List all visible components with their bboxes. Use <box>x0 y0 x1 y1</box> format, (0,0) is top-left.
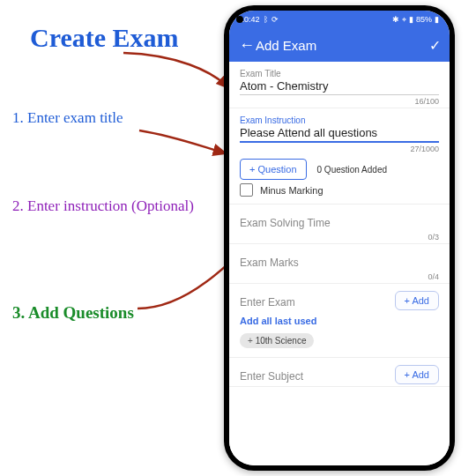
enter-exam-add-button[interactable]: + Add <box>395 291 439 310</box>
exam-marks-counter: 0/4 <box>240 272 439 281</box>
enter-subject-input[interactable]: Enter Subject <box>240 365 303 384</box>
exam-title-label: Exam Title <box>240 69 439 78</box>
camera-hole <box>236 16 243 23</box>
exam-instruction-counter: 27/1000 <box>240 145 439 153</box>
enter-exam-section: Enter Exam + Add Add all last used 10th … <box>229 284 450 358</box>
status-bt-icon: ᛒ <box>264 15 268 24</box>
exam-instruction-section: Exam Instruction Please Attend all quest… <box>229 108 450 205</box>
add-question-button[interactable]: + Question <box>240 159 307 180</box>
minus-marking-label: Minus Marking <box>260 185 324 196</box>
solving-time-input[interactable]: Exam Solving Time <box>240 212 439 231</box>
status-battery-icon: ▮ <box>435 15 439 24</box>
status-bt2-icon: ✱ <box>392 15 399 24</box>
status-sync-icon: ⟳ <box>271 15 279 24</box>
exam-instruction-label: Exam Instruction <box>240 115 439 125</box>
solving-time-counter: 0/3 <box>240 233 439 242</box>
enter-subject-add-button[interactable]: + Add <box>395 365 439 384</box>
form-scroll[interactable]: Exam Title Atom - Chemistry 16/100 Exam … <box>229 62 450 465</box>
enter-subject-section: Enter Subject + Add <box>229 358 450 387</box>
exam-chip-1[interactable]: 10th Science <box>240 333 314 348</box>
status-bar: 10:42 ᛒ ⟳ ✱ ⌖ ▮ 85% ▮ <box>229 11 450 28</box>
question-count: 0 Question Added <box>317 165 388 175</box>
exam-marks-section: Exam Marks 0/4 <box>229 244 450 284</box>
confirm-icon[interactable]: ✓ <box>429 37 441 54</box>
appbar-title: Add Exam <box>256 38 316 53</box>
exam-title-input[interactable]: Atom - Chemistry <box>240 79 439 95</box>
minus-marking-checkbox[interactable] <box>240 183 253 197</box>
phone-frame: 10:42 ᛒ ⟳ ✱ ⌖ ▮ 85% ▮ ← Add Exam ✓ <box>224 5 455 471</box>
status-signal-icon: ▮ <box>409 15 413 24</box>
exam-marks-input[interactable]: Exam Marks <box>240 251 439 271</box>
back-icon[interactable]: ← <box>238 37 256 53</box>
exam-title-section: Exam Title Atom - Chemistry 16/100 <box>229 62 450 108</box>
status-location-icon: ⌖ <box>402 15 406 25</box>
add-all-last-used-link[interactable]: Add all last used <box>240 316 439 326</box>
solving-time-section: Exam Solving Time 0/3 <box>229 205 450 244</box>
exam-instruction-input[interactable]: Please Attend all questions <box>240 126 439 143</box>
app-bar: ← Add Exam ✓ <box>229 28 450 62</box>
enter-exam-input[interactable]: Enter Exam <box>240 291 295 310</box>
status-battery: 85% <box>416 15 432 24</box>
exam-title-counter: 16/100 <box>240 97 439 106</box>
